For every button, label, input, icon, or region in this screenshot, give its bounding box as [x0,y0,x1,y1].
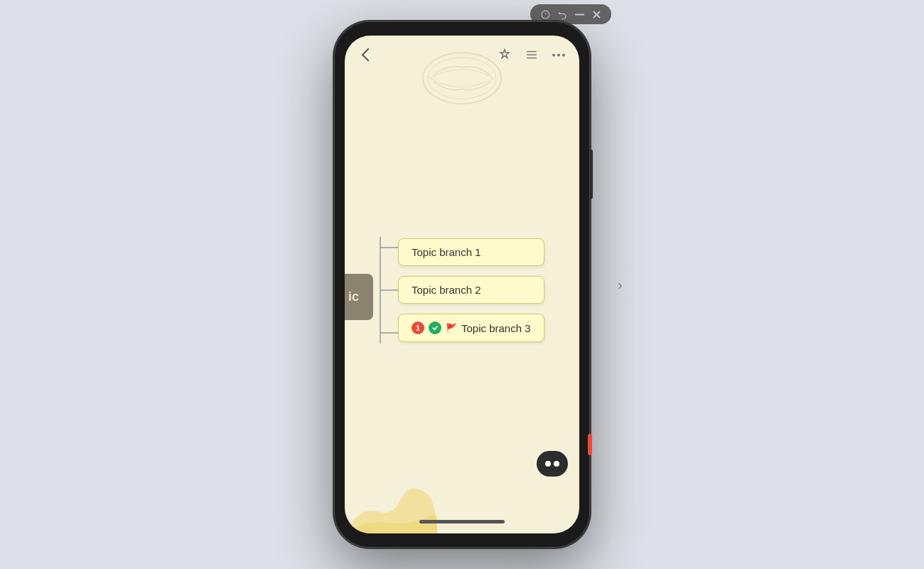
side-button [590,149,593,199]
badge-alert-icon: 1 [412,321,424,334]
branch-node-3[interactable]: 1 🚩 Topic branch 3 [398,314,544,342]
left-node-text: ic [348,289,359,304]
branches-list: Topic branch 1 Topic branch 2 1 [398,238,544,342]
close-button[interactable] [590,8,603,21]
svg-point-11 [552,53,555,56]
back-button[interactable] [358,47,373,63]
svg-point-13 [562,53,565,56]
branch-3-label: Topic branch 3 [461,322,531,334]
minimize-button[interactable] [573,8,586,21]
phone-shell: ic Topic [334,21,590,548]
branch-2-label: Topic branch 2 [412,284,481,296]
mindmap-branches: Topic branch 1 Topic branch 2 1 [377,219,544,361]
top-nav [345,36,579,70]
badge-check-icon [429,321,441,334]
connector-lines [377,219,398,361]
phone-screen: ic Topic [345,36,579,533]
pin-button[interactable] [539,8,552,21]
more-options-icon[interactable] [551,47,566,63]
badge-flag-icon: 🚩 [446,323,457,334]
undo-button[interactable] [556,8,569,21]
bot-eye-left [545,461,551,467]
red-indicator [588,434,592,455]
right-chevron[interactable]: › [615,271,924,299]
branch-node-1[interactable]: Topic branch 1 [398,238,544,266]
list-view-icon[interactable] [524,47,539,63]
chatbot-button[interactable] [537,451,568,477]
branch-node-2[interactable]: Topic branch 2 [398,276,544,304]
svg-point-12 [557,53,560,56]
left-node[interactable]: ic [345,274,373,320]
home-indicator [419,520,505,523]
pin-nav-icon[interactable] [497,47,512,63]
branch-1-label: Topic branch 1 [412,246,481,258]
bot-eye-right [554,461,559,467]
